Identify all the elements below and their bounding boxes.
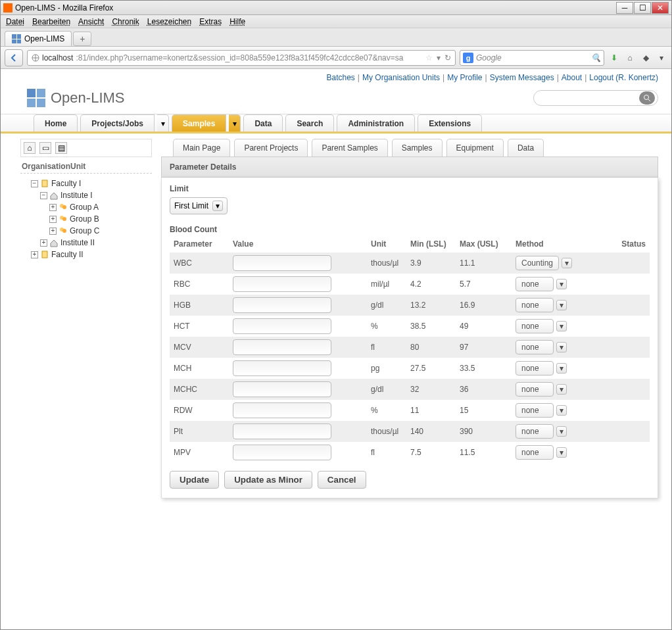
method-select[interactable]: none	[516, 361, 554, 376]
addon-icon[interactable]: ◆	[640, 52, 652, 64]
chevron-down-icon[interactable]: ▾	[556, 363, 567, 374]
value-input[interactable]	[233, 318, 331, 334]
nav-home[interactable]: Home	[34, 114, 78, 132]
value-input[interactable]	[233, 360, 331, 376]
nav-dropdown-icon[interactable]: ▾	[229, 114, 241, 132]
update-button[interactable]: Update	[170, 471, 219, 489]
tree-groupC[interactable]: +Group C	[49, 225, 152, 237]
nav-samples[interactable]: Samples	[172, 114, 226, 132]
menu-history[interactable]: Chronik	[112, 17, 139, 26]
nav-administration[interactable]: Administration	[337, 114, 415, 132]
star-icon[interactable]: ☆	[425, 53, 433, 62]
back-button[interactable]	[5, 49, 23, 66]
value-input[interactable]	[233, 339, 331, 355]
link-orgunits[interactable]: My Organisation Units	[362, 73, 440, 82]
link-messages[interactable]: System Messages	[490, 73, 554, 82]
expand-icon[interactable]: +	[49, 228, 57, 235]
reload-icon[interactable]: ↻	[444, 53, 451, 62]
expand-icon[interactable]: +	[49, 216, 57, 223]
chevron-down-icon[interactable]: ▾	[562, 258, 572, 268]
link-batches[interactable]: Batches	[327, 73, 355, 82]
method-select[interactable]: none	[516, 382, 554, 397]
subtab-parent-samples[interactable]: Parent Samples	[312, 139, 387, 157]
chevron-down-icon[interactable]: ▾	[556, 405, 567, 416]
chevron-down-icon[interactable]: ▾	[556, 321, 567, 331]
search-button[interactable]	[639, 91, 655, 105]
menu-view[interactable]: Ansicht	[78, 17, 104, 26]
sidebar-home-icon[interactable]: ⌂	[24, 142, 36, 154]
tree-institute1[interactable]: −Institute I	[40, 189, 152, 201]
cell-min: 11	[406, 400, 456, 421]
dropdown-icon[interactable]: ▾	[437, 53, 441, 62]
tree-groupB[interactable]: +Group B	[49, 213, 152, 225]
search-icon[interactable]: 🔍	[591, 53, 601, 62]
chevron-down-icon[interactable]: ▾	[556, 384, 567, 395]
new-tab-button[interactable]: +	[73, 32, 91, 46]
sidebar-doc-icon[interactable]: ▤	[55, 142, 67, 154]
download-icon[interactable]: ⬇	[608, 52, 620, 64]
tree-faculty1[interactable]: −Faculty I	[31, 178, 152, 189]
menu-extras[interactable]: Extras	[199, 17, 222, 26]
link-myprofile[interactable]: My Profile	[447, 73, 482, 82]
browser-tab[interactable]: Open-LIMS	[5, 31, 72, 46]
home-icon[interactable]: ⌂	[624, 52, 636, 64]
app-search[interactable]	[533, 90, 658, 106]
menu-file[interactable]: Datei	[6, 17, 24, 26]
method-select[interactable]: none	[516, 445, 554, 460]
menu-dropdown-icon[interactable]: ▾	[656, 52, 667, 64]
method-select[interactable]: none	[516, 298, 554, 312]
url-bar[interactable]: localhost:81/index.php?username=konertz&…	[27, 50, 456, 66]
menu-edit[interactable]: Bearbeiten	[32, 17, 70, 26]
tree-faculty2[interactable]: +Faculty II	[31, 249, 152, 260]
update-minor-button[interactable]: Update as Minor	[224, 471, 312, 489]
nav-projectsjobs[interactable]: Projects/Jobs	[80, 114, 155, 132]
nav-dropdown-icon[interactable]: ▾	[157, 114, 169, 132]
value-input[interactable]	[233, 255, 331, 271]
method-select[interactable]: none	[516, 424, 554, 439]
method-select[interactable]: none	[516, 319, 554, 333]
collapse-icon[interactable]: −	[40, 192, 47, 199]
value-input[interactable]	[233, 381, 331, 397]
method-select[interactable]: none	[516, 340, 554, 354]
link-about[interactable]: About	[562, 73, 582, 82]
menu-help[interactable]: Hilfe	[229, 17, 245, 26]
tree-groupA[interactable]: +Group A	[49, 201, 152, 213]
nav-search[interactable]: Search	[285, 114, 334, 132]
value-input[interactable]	[233, 402, 331, 418]
nav-data[interactable]: Data	[243, 114, 283, 132]
subtab-data[interactable]: Data	[508, 139, 544, 157]
subtab-samples[interactable]: Samples	[392, 139, 443, 157]
maximize-button[interactable]: ☐	[634, 2, 651, 14]
chevron-down-icon[interactable]: ▾	[556, 342, 567, 352]
value-input[interactable]	[233, 297, 331, 313]
method-select[interactable]: none	[516, 403, 554, 418]
subtab-main-page[interactable]: Main Page	[173, 139, 230, 157]
cancel-button[interactable]: Cancel	[318, 471, 366, 489]
sidebar-window-icon[interactable]: ▭	[39, 142, 51, 154]
close-button[interactable]: ✕	[652, 2, 669, 14]
subtab-equipment[interactable]: Equipment	[446, 139, 504, 157]
value-input[interactable]	[233, 276, 331, 292]
chevron-down-icon[interactable]: ▾	[212, 201, 223, 211]
method-select[interactable]: none	[516, 277, 554, 291]
chevron-down-icon[interactable]: ▾	[556, 426, 567, 437]
subtab-parent-projects[interactable]: Parent Projects	[234, 139, 308, 157]
app-logo[interactable]: Open-LIMS	[27, 89, 125, 107]
expand-icon[interactable]: +	[49, 204, 57, 211]
limit-select[interactable]: First Limit ▾	[170, 197, 228, 214]
nav-extensions[interactable]: Extensions	[418, 114, 482, 132]
collapse-icon[interactable]: −	[31, 180, 38, 187]
tree-institute2[interactable]: +Institute II	[40, 237, 152, 249]
method-select[interactable]: Counting	[516, 256, 559, 270]
expand-icon[interactable]: +	[31, 251, 38, 258]
value-input[interactable]	[233, 424, 331, 439]
menu-bookmarks[interactable]: Lesezeichen	[147, 17, 191, 26]
value-input[interactable]	[233, 445, 331, 460]
chevron-down-icon[interactable]: ▾	[556, 300, 567, 310]
chevron-down-icon[interactable]: ▾	[556, 279, 567, 289]
link-logout[interactable]: Logout (R. Konertz)	[589, 73, 658, 82]
minimize-button[interactable]: ─	[616, 2, 633, 14]
chevron-down-icon[interactable]: ▾	[556, 447, 567, 458]
browser-search[interactable]: g Google 🔍	[460, 50, 604, 66]
expand-icon[interactable]: +	[40, 239, 47, 247]
